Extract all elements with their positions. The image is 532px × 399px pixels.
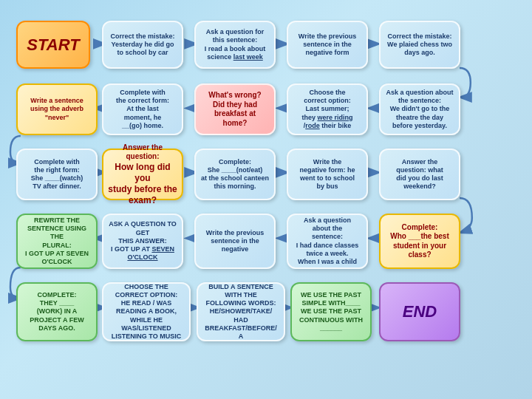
cell-r5c1: COMPLETE: THEY ____ (WORK) IN A PROJECT … xyxy=(16,282,98,341)
cell-text: Write the negative form: he went to to s… xyxy=(299,158,355,191)
cell-text: BUILD A SENTENCE WITH THE FOLLOWING WORD… xyxy=(205,283,277,341)
cell-r3c2: Answer thequestion:How long did youstudy… xyxy=(102,149,183,200)
cell-text: WE USE THE PAST SIMPLE WITH____ WE USE T… xyxy=(299,291,363,332)
cell-text: Choose thecorrect option:Last summer;the… xyxy=(301,89,352,130)
cell-text: Complete: She ____(not/eat) at the schoo… xyxy=(201,158,269,191)
cell-text: ASK A QUESTION TO GETTHIS ANSWER:I GOT U… xyxy=(107,220,178,262)
cell-text: Answer the question: what did you do las… xyxy=(396,158,443,191)
cell-r1c4: Write the previous sentence in the negat… xyxy=(287,21,368,69)
cell-r4c1: REWRITE THE SENTENCE USING THE PLURAL: I… xyxy=(16,214,98,269)
cell-text: Correct the mistake: Yesterday he did go… xyxy=(110,33,174,58)
cell-text: Ask a question about the sentence: I had… xyxy=(296,216,359,267)
cell-text: What's wrong? Did they had breakfast at … xyxy=(208,91,261,128)
cell-text: START xyxy=(27,35,79,55)
cell-start: START xyxy=(16,21,90,69)
cell-r4c3: Write the previous sentence in the negat… xyxy=(194,214,276,269)
cell-r3c4: Write the negative form: he went to to s… xyxy=(287,149,368,200)
cell-text: Write a sentence using the adverb "never… xyxy=(30,97,83,122)
cell-text: Ask a question forthis sentence:I read a… xyxy=(205,28,266,61)
cell-text: REWRITE THE SENTENCE USING THE PLURAL: I… xyxy=(21,216,92,267)
cell-text: Answer thequestion:How long did youstudy… xyxy=(107,143,178,206)
cell-r4c4: Ask a question about the sentence: I had… xyxy=(287,214,368,269)
cell-end: END xyxy=(379,282,460,341)
cell-r5c3: BUILD A SENTENCE WITH THE FOLLOWING WORD… xyxy=(197,282,285,341)
cell-text: CHOOSE THE CORRECT OPTION: HE READ / WAS… xyxy=(112,283,181,341)
cell-r3c3: Complete: She ____(not/eat) at the schoo… xyxy=(194,149,276,200)
cell-text: Complete: Who ___the best student in you… xyxy=(390,223,449,260)
cell-r2c4: Choose thecorrect option:Last summer;the… xyxy=(287,83,368,135)
board: STARTCorrect the mistake: Yesterday he d… xyxy=(6,6,526,393)
cell-r4c5: Complete: Who ___the best student in you… xyxy=(379,214,460,269)
cell-text: Complete with the correct form: At the l… xyxy=(116,89,169,130)
cell-text: Ask a question about the sentence: We di… xyxy=(386,89,453,130)
cell-r2c3: What's wrong? Did they had breakfast at … xyxy=(194,83,276,135)
cell-r3c5: Answer the question: what did you do las… xyxy=(379,149,460,200)
cell-text: COMPLETE: THEY ____ (WORK) IN A PROJECT … xyxy=(30,291,83,332)
cell-text: Correct the mistake: We plaied chess two… xyxy=(387,33,452,58)
cell-text: END xyxy=(403,301,437,322)
cell-r1c2: Correct the mistake: Yesterday he did go… xyxy=(102,21,183,69)
cell-text: Write the previous sentence in the negat… xyxy=(206,229,264,254)
cell-r1c3: Ask a question forthis sentence:I read a… xyxy=(194,21,276,69)
cell-r2c1: Write a sentence using the adverb "never… xyxy=(16,83,98,135)
cell-r5c2: CHOOSE THE CORRECT OPTION: HE READ / WAS… xyxy=(102,282,191,341)
cell-r5c4: WE USE THE PAST SIMPLE WITH____ WE USE T… xyxy=(290,282,372,341)
cell-text: Write the previous sentence in the negat… xyxy=(299,33,356,58)
cell-r3c1: Complete with the right form: She ____(w… xyxy=(16,149,98,200)
cell-r4c2: ASK A QUESTION TO GETTHIS ANSWER:I GOT U… xyxy=(102,214,183,269)
cell-r2c2: Complete with the correct form: At the l… xyxy=(102,83,183,135)
cell-r2c5: Ask a question about the sentence: We di… xyxy=(379,83,460,135)
cell-r1c5: Correct the mistake: We plaied chess two… xyxy=(379,21,460,69)
cell-text: Complete with the right form: She ____(w… xyxy=(31,158,83,191)
